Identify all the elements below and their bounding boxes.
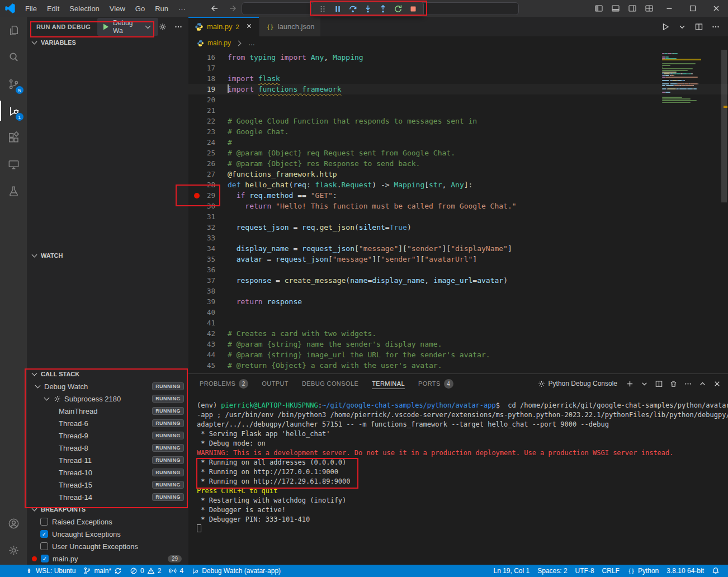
menu-go[interactable]: Go — [130, 0, 150, 17]
menu-file[interactable]: File — [20, 0, 42, 17]
close-window-button[interactable] — [705, 0, 728, 17]
terminal[interactable]: (env) pierrick@LAPTOP-HKU5PNNG:~/git/goo… — [188, 393, 728, 565]
line-number[interactable]: 23 — [188, 126, 224, 137]
status-forwarded-ports[interactable]: 4 — [165, 565, 187, 577]
breakpoint-item[interactable]: User Uncaught Exceptions — [27, 540, 188, 552]
menu-run[interactable]: Run — [150, 0, 173, 17]
callstack-item[interactable]: Thread-9RUNNING — [27, 429, 188, 442]
debug-config-dropdown[interactable]: Debug Wa — [97, 18, 158, 36]
code-text[interactable] — [224, 286, 228, 296]
run-python-file-button[interactable] — [661, 22, 670, 31]
line-number[interactable]: 16 — [188, 52, 224, 63]
status-indentation[interactable]: Spaces: 2 — [533, 565, 571, 577]
status-debug-session[interactable]: Debug Watch (avatar-app) — [187, 565, 285, 577]
code-text[interactable]: # @param {Object} res Response to send b… — [224, 158, 420, 169]
status-python-interpreter[interactable]: 3.8.10 64-bit — [663, 565, 708, 577]
callstack-item[interactable]: Thread-11RUNNING — [27, 454, 188, 466]
activity-search[interactable] — [0, 44, 27, 70]
pause-button[interactable] — [330, 3, 345, 15]
line-number[interactable]: 18 — [188, 73, 224, 84]
stop-button[interactable] — [405, 3, 420, 15]
code-text[interactable] — [224, 105, 228, 116]
checkbox[interactable] — [40, 518, 48, 526]
line-number[interactable]: 32 — [188, 222, 224, 233]
checkbox[interactable]: ✓ — [40, 530, 48, 538]
line-number[interactable]: 20 — [188, 94, 224, 105]
line-number[interactable]: 41 — [188, 318, 224, 328]
activity-source-control[interactable]: 5 — [0, 70, 27, 97]
line-number[interactable]: 22 — [188, 116, 224, 126]
code-text[interactable]: if req.method == "GET": — [224, 190, 337, 201]
code-text[interactable]: display_name = request_json["message"]["… — [224, 243, 512, 254]
code-text[interactable]: return "Hello! This function must be cal… — [224, 201, 517, 211]
code-text[interactable]: return response — [224, 296, 302, 307]
code-text[interactable] — [224, 307, 228, 318]
status-notifications[interactable] — [708, 565, 724, 577]
minimap[interactable] — [662, 53, 701, 103]
split-terminal-button[interactable] — [655, 380, 663, 388]
maximize-button[interactable] — [681, 0, 705, 17]
toggle-secondary-sidebar-button[interactable] — [624, 0, 641, 17]
status-eol[interactable]: CRLF — [598, 565, 623, 577]
tab-main.py[interactable]: main.py2 — [188, 17, 259, 36]
toggle-panel-button[interactable] — [607, 0, 624, 17]
minimize-button[interactable] — [658, 0, 681, 17]
callstack-item[interactable]: Subprocess 2180RUNNING — [27, 392, 188, 405]
line-number[interactable]: 38 — [188, 286, 224, 296]
status-problems[interactable]: 02 — [126, 565, 165, 577]
watch-section-header[interactable]: WATCH — [27, 249, 188, 262]
status-remote-indicator[interactable]: WSL: Ubuntu — [21, 565, 79, 577]
checkbox[interactable]: ✓ — [41, 555, 49, 562]
activity-manage[interactable] — [0, 537, 27, 564]
code-text[interactable]: # @param {string} name the sender's disp… — [224, 339, 442, 349]
line-number[interactable]: 27 — [188, 169, 224, 179]
code-text[interactable]: # Google Chat. — [224, 126, 289, 137]
panel-tab-terminal[interactable]: TERMINAL — [372, 374, 405, 393]
callstack-item[interactable]: Debug WatchRUNNING — [27, 380, 188, 392]
code-text[interactable] — [224, 94, 228, 105]
callstack-item[interactable]: MainThreadRUNNING — [27, 405, 188, 417]
panel-tab-problems[interactable]: PROBLEMS2 — [200, 374, 248, 393]
line-number[interactable]: 31 — [188, 211, 224, 222]
line-number[interactable]: 26 — [188, 158, 224, 169]
line-number[interactable]: 33 — [188, 233, 224, 243]
code-text[interactable]: request_json = req.get_json(silent=True) — [224, 222, 412, 233]
maximize-panel-button[interactable] — [698, 380, 707, 388]
status-git-branch[interactable]: main* — [79, 565, 126, 577]
code-text[interactable]: # Google Cloud Function that responds to… — [224, 116, 477, 126]
active-terminal-label[interactable]: Python Debug Console — [537, 380, 617, 388]
line-number[interactable]: 24 — [188, 137, 224, 148]
line-number[interactable]: 40 — [188, 307, 224, 318]
breakpoint-item[interactable]: ✓Uncaught Exceptions — [27, 528, 188, 540]
menu-view[interactable]: View — [105, 0, 130, 17]
line-number[interactable]: 30 — [188, 201, 224, 211]
menu-selection[interactable]: Selection — [64, 0, 104, 17]
checkbox[interactable] — [40, 542, 48, 550]
code-text[interactable] — [224, 211, 228, 222]
kill-terminal-button[interactable] — [669, 380, 678, 388]
breakpoints-section-header[interactable]: BREAKPOINTS — [27, 503, 188, 515]
callstack-item[interactable]: Thread-6RUNNING — [27, 417, 188, 429]
breadcrumb-item[interactable]: main.py — [207, 39, 231, 47]
callstack-item[interactable]: Thread-8RUNNING — [27, 442, 188, 454]
terminal-profile-dropdown[interactable] — [640, 380, 649, 388]
start-debugging-icon[interactable] — [101, 22, 110, 31]
code-text[interactable] — [224, 264, 228, 275]
status-encoding[interactable]: UTF-8 — [571, 565, 598, 577]
breakpoint-item[interactable]: Raised Exceptions — [27, 515, 188, 528]
activity-remote-explorer[interactable] — [0, 151, 27, 178]
status-cursor-position[interactable]: Ln 19, Col 1 — [489, 565, 533, 577]
split-editor-button[interactable] — [694, 22, 703, 31]
code-text[interactable]: avatar = request_json["message"]["sender… — [224, 254, 477, 264]
code-text[interactable]: def hello_chat(req: flask.Request) -> Ma… — [224, 179, 472, 190]
terminal-more-actions-button[interactable] — [684, 380, 692, 388]
callstack-item[interactable]: Thread-10RUNNING — [27, 466, 188, 479]
activity-accounts[interactable] — [0, 510, 27, 537]
step-into-button[interactable] — [360, 3, 375, 15]
activity-explorer[interactable] — [0, 17, 27, 44]
line-number[interactable]: 39 — [188, 296, 224, 307]
line-number[interactable]: 36 — [188, 264, 224, 275]
code-text[interactable]: # @return {Object} a card with the user'… — [224, 360, 442, 371]
customize-layout-button[interactable] — [641, 0, 658, 17]
go-back-icon[interactable] — [210, 4, 219, 13]
